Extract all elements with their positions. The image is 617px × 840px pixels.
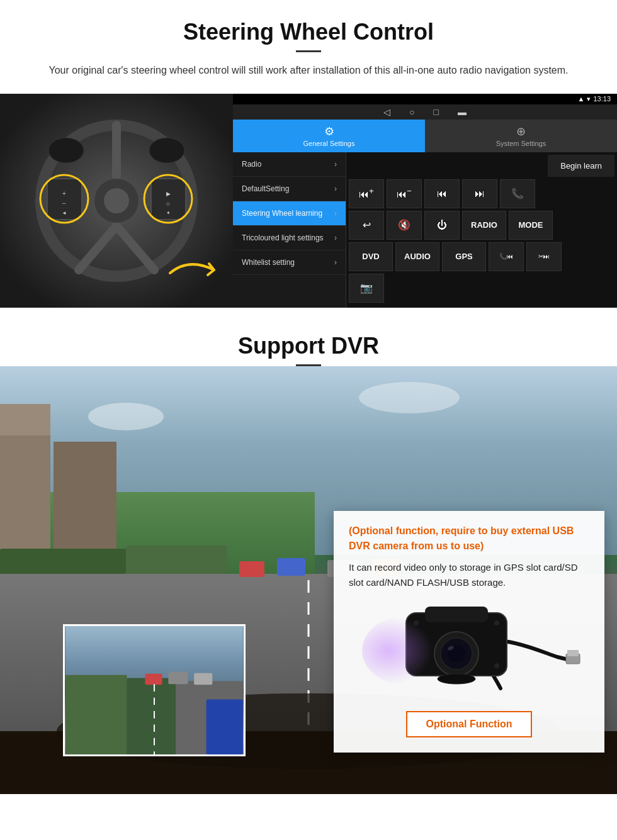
dvr-camera-image [349, 600, 589, 701]
menu-item-whitelist[interactable]: Whitelist setting › [233, 250, 346, 275]
svg-rect-26 [277, 558, 305, 576]
svg-rect-47 [425, 607, 488, 622]
svg-rect-22 [54, 442, 116, 555]
dvr-info-card: (Optional function, require to buy exter… [334, 511, 604, 753]
android-content: Radio › DefaultSetting › Steering Wheel … [233, 152, 617, 308]
audio-label: AUDIO [404, 252, 431, 261]
radio-label: RADIO [471, 220, 497, 230]
audio-button[interactable]: AUDIO [395, 242, 439, 271]
menu-tricoloured-label: Tricoloured light settings [242, 233, 324, 242]
cut-next-icon: ✂⏭ [538, 253, 550, 260]
steering-photo-bg: + − ◄ ▶ ☆ ✦ [0, 94, 233, 308]
svg-rect-21 [0, 404, 50, 435]
menu-radio-label: Radio [242, 160, 261, 169]
radio-button[interactable]: RADIO [462, 211, 506, 240]
phone-prev-icon: 📞⏮ [499, 253, 513, 260]
dvr-thumbnail [63, 624, 246, 756]
svg-rect-43 [207, 699, 243, 754]
menu-item-radio[interactable]: Radio › [233, 152, 346, 177]
svg-rect-37 [65, 675, 127, 754]
mute-button[interactable]: 🔇 [387, 211, 422, 240]
svg-text:◄: ◄ [62, 210, 67, 216]
svg-rect-25 [239, 561, 264, 577]
dvr-thumb-inner [65, 626, 244, 754]
vol-down-button[interactable]: ⏮− [387, 179, 422, 208]
tab-general-label: General Settings [303, 140, 355, 147]
begin-learn-row: Begin learn [349, 155, 614, 177]
vol-down-icon: ⏮− [397, 186, 412, 200]
steering-photo: + − ◄ ▶ ☆ ✦ [0, 94, 233, 308]
svg-point-53 [362, 616, 450, 685]
camera-icon: 📷 [360, 282, 373, 294]
menu-chevron-steering: › [334, 209, 337, 218]
title-divider [296, 50, 321, 52]
svg-point-56 [414, 663, 419, 668]
dvr-title: Support DVR [0, 308, 617, 364]
dvr-image-block: (Optional function, require to buy exter… [0, 366, 617, 794]
status-time: 13:13 [593, 95, 611, 103]
svg-rect-29 [0, 549, 126, 574]
steering-demo-block: + − ◄ ▶ ☆ ✦ [0, 94, 617, 308]
status-icons: ▲ ▾ 13:13 [578, 95, 611, 103]
back-nav-icon[interactable]: ◁ [383, 107, 390, 117]
power-button[interactable]: ⏻ [424, 211, 460, 240]
media-controls-row2: ↩ 🔇 ⏻ RADIO MODE [349, 211, 614, 240]
dvd-label: DVD [362, 252, 379, 261]
dvr-optional-text: (Optional function, require to buy exter… [349, 524, 589, 554]
dvr-desc-text: It can record video only to storage in G… [349, 560, 589, 590]
phone-button[interactable]: 📞 [500, 179, 535, 208]
dvr-camera-svg [356, 600, 582, 701]
mute-icon: 🔇 [398, 219, 410, 231]
svg-text:▶: ▶ [166, 191, 171, 197]
android-nav-bar: ◁ ○ □ ▬ [233, 104, 617, 120]
optional-function-button[interactable]: Optional Function [406, 711, 533, 737]
thumb-scene-svg [65, 626, 244, 754]
dvd-button[interactable]: DVD [349, 242, 393, 271]
gps-button[interactable]: GPS [442, 242, 486, 271]
recents-nav-icon[interactable]: □ [434, 107, 439, 117]
begin-learn-button[interactable]: Begin learn [548, 155, 614, 177]
tab-general-settings[interactable]: ⚙ General Settings [233, 120, 425, 152]
media-controls-row4: 📷 [349, 274, 614, 303]
svg-point-31 [88, 403, 164, 430]
menu-nav-icon[interactable]: ▬ [458, 107, 467, 117]
svg-point-32 [359, 382, 460, 413]
system-icon: ⊕ [516, 125, 526, 138]
tab-system-settings[interactable]: ⊕ System Settings [425, 120, 617, 152]
camera-button[interactable]: 📷 [349, 274, 384, 303]
home-nav-icon[interactable]: ○ [409, 107, 414, 117]
menu-chevron-whitelist: › [334, 258, 337, 267]
prev-track-icon: ⏮ [437, 188, 447, 199]
menu-item-default[interactable]: DefaultSetting › [233, 177, 346, 201]
next-track-button[interactable]: ⏭ [462, 179, 497, 208]
svg-rect-40 [168, 671, 188, 683]
phone-prev-button[interactable]: 📞⏮ [489, 242, 524, 271]
menu-item-steering[interactable]: Steering Wheel learning › [233, 201, 346, 226]
svg-point-5 [104, 188, 129, 213]
svg-rect-41 [194, 673, 212, 684]
menu-default-label: DefaultSetting [242, 184, 289, 193]
svg-text:+: + [62, 190, 66, 197]
mode-button[interactable]: MODE [509, 211, 553, 240]
dvr-section: Support DVR [0, 308, 617, 794]
phone-icon: 📞 [511, 188, 524, 199]
svg-point-55 [494, 620, 499, 625]
vol-up-button[interactable]: ⏮+ [349, 179, 384, 208]
back-button[interactable]: ↩ [349, 211, 384, 240]
svg-text:✦: ✦ [166, 210, 171, 216]
menu-item-tricoloured[interactable]: Tricoloured light settings › [233, 226, 346, 250]
power-icon: ⏻ [437, 220, 447, 231]
back-icon: ↩ [363, 219, 371, 231]
gps-label: GPS [455, 252, 472, 261]
signal-icon: ▲ [578, 95, 585, 103]
svg-point-57 [494, 663, 499, 668]
menu-list: Radio › DefaultSetting › Steering Wheel … [233, 152, 346, 308]
wifi-icon: ▾ [587, 95, 591, 103]
svg-point-52 [438, 674, 475, 684]
svg-text:☆: ☆ [166, 201, 171, 207]
svg-point-16 [48, 138, 84, 163]
prev-track-button[interactable]: ⏮ [424, 179, 460, 208]
cut-next-button[interactable]: ✂⏭ [526, 242, 562, 271]
vol-up-icon: ⏮+ [359, 186, 374, 200]
media-controls-row1: ⏮+ ⏮− ⏮ ⏭ 📞 [349, 179, 614, 208]
